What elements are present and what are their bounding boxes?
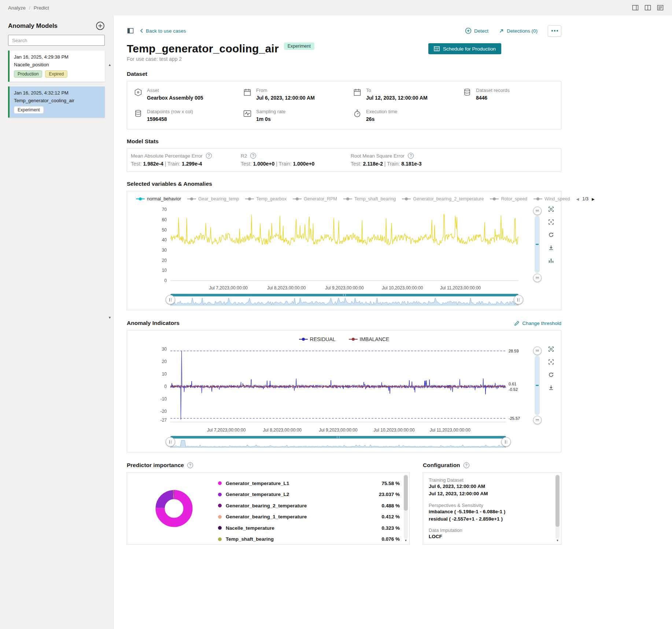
- scroll-down-icon[interactable]: ▼: [405, 539, 407, 543]
- svg-text:Jul 11,2023,00:00:00: Jul 11,2023,00:00:00: [430, 428, 471, 433]
- panel-list-icon[interactable]: [657, 4, 664, 11]
- legend-item-gear-bearing-temp[interactable]: Gear_bearing_temp: [187, 196, 239, 201]
- legend-label: normal_behavior: [147, 196, 181, 201]
- legend-item-residual[interactable]: RESIDUAL: [299, 336, 336, 342]
- brush-handle-right[interactable]: [514, 295, 523, 304]
- scrollbar-thumb[interactable]: [555, 475, 560, 527]
- brush-minimap[interactable]: [170, 439, 506, 448]
- slider-track[interactable]: [535, 216, 540, 273]
- scroll-down-icon[interactable]: ▼: [108, 316, 111, 319]
- legend-label: Generator_RPM: [304, 196, 337, 201]
- predictor-importance-heading: Predictor importance: [127, 462, 184, 469]
- legend-item-imbalance[interactable]: IMBALANCE: [349, 336, 389, 342]
- help-icon[interactable]: ?: [206, 153, 212, 159]
- model-name: Temp_generator_cooling_air: [14, 98, 100, 103]
- back-link-label: Back to use cases: [146, 28, 186, 34]
- slider-handle-top[interactable]: [533, 207, 542, 215]
- legend-next-icon[interactable]: ▶: [592, 197, 595, 201]
- help-icon[interactable]: ?: [250, 153, 256, 159]
- scroll-up-icon[interactable]: ▲: [108, 63, 111, 67]
- refresh-icon[interactable]: [548, 371, 554, 378]
- help-icon[interactable]: ?: [464, 462, 469, 468]
- divider: |: [276, 161, 277, 167]
- series-glyph-icon: [402, 199, 411, 199]
- help-icon[interactable]: ?: [408, 153, 414, 159]
- legend-item-wind-speed[interactable]: Wind_speed: [533, 196, 570, 201]
- svg-text:70: 70: [162, 207, 167, 212]
- svg-text:20: 20: [162, 258, 167, 263]
- brush-minimap[interactable]: [170, 297, 518, 306]
- legend-item-generator-rpm[interactable]: Generator_RPM: [293, 196, 337, 201]
- y-axis-range-slider[interactable]: [531, 207, 543, 282]
- svg-text:Jul 10,2023,00:00:00: Jul 10,2023,00:00:00: [382, 285, 423, 291]
- svg-text:30: 30: [162, 347, 167, 352]
- breadcrumb-predict[interactable]: Predict: [34, 5, 49, 11]
- stat-mape: Mean Absolute Percentage Error? Test: 1.…: [131, 153, 241, 167]
- refresh-icon[interactable]: [548, 232, 554, 238]
- scroll-down-icon[interactable]: ▼: [556, 539, 559, 543]
- back-to-use-cases-link[interactable]: Back to use cases: [140, 28, 186, 34]
- predictor-value: 23.037 %: [379, 492, 400, 497]
- plus-circle-icon: [465, 27, 472, 34]
- collapse-sidebar-icon[interactable]: [127, 27, 134, 34]
- change-threshold-link[interactable]: Change threshold: [514, 321, 561, 326]
- zoom-select-icon[interactable]: [548, 346, 554, 352]
- help-icon[interactable]: ?: [187, 462, 193, 468]
- brush-handle-right[interactable]: [501, 437, 511, 447]
- detections-link[interactable]: Detections (0): [499, 28, 538, 34]
- model-card-temp-generator-cooling-air[interactable]: Jan 16, 2025, 4:32:12 PM Temp_generator_…: [8, 86, 105, 118]
- legend-item-normal-behavior[interactable]: normal_behavior: [136, 196, 181, 201]
- panel-right-icon[interactable]: [632, 4, 639, 11]
- scrollbar[interactable]: ▼: [404, 474, 408, 543]
- slider-track[interactable]: [535, 356, 540, 415]
- anomaly-heading: Anomaly Indicators: [127, 320, 180, 326]
- download-icon[interactable]: [548, 384, 554, 391]
- brush-handle-left[interactable]: [166, 437, 175, 447]
- stat-rmse: Root Mean Square Error? Test: 2.118e-2 |…: [351, 153, 557, 167]
- slider-handle-top[interactable]: [533, 347, 542, 355]
- legend-item-generator-bearing-2-temperature[interactable]: Generator_bearing_2_temperature: [402, 196, 484, 201]
- svg-text:60: 60: [162, 217, 167, 222]
- stopwatch-icon: [353, 109, 362, 122]
- dataset-label: To: [366, 88, 428, 93]
- scrollbar[interactable]: ▼: [555, 474, 560, 543]
- brush-selected-range[interactable]: [170, 294, 518, 296]
- stat-test-value: 1.982e-4: [143, 161, 163, 167]
- slider-handle-bottom[interactable]: [533, 274, 542, 282]
- y-axis-range-slider[interactable]: [531, 347, 543, 424]
- model-search-input[interactable]: [8, 35, 105, 46]
- dataset-label: From: [256, 88, 315, 93]
- zoom-select-icon[interactable]: [548, 206, 554, 212]
- panel-split-icon[interactable]: [644, 4, 651, 11]
- anomaly-line-chart[interactable]: 3020100-10-20-27Jul 7,2023,00:00:00Jul 8…: [131, 342, 528, 434]
- brush-selected-range[interactable]: [170, 436, 506, 439]
- zoom-reset-region-icon[interactable]: [548, 359, 554, 365]
- detect-button[interactable]: Detect: [465, 27, 488, 34]
- bar-chart-icon[interactable]: [548, 257, 554, 264]
- schedule-production-button[interactable]: Schedule for Production: [428, 43, 501, 54]
- dataset-value: 8446: [476, 95, 510, 101]
- breadcrumb-analyze[interactable]: Analyze: [8, 5, 26, 11]
- topbar: Analyze / Predict: [0, 0, 672, 15]
- time-range-brush[interactable]: [170, 293, 518, 306]
- download-icon[interactable]: [548, 244, 554, 251]
- slider-handle-bottom[interactable]: [533, 416, 542, 424]
- zoom-reset-region-icon[interactable]: [548, 219, 554, 225]
- brush-handle-left[interactable]: [166, 295, 175, 304]
- scrollbar-thumb[interactable]: [404, 475, 408, 511]
- status-badge-production: Production: [14, 70, 42, 78]
- more-options-button[interactable]: [548, 25, 561, 37]
- variables-chart-panel: normal_behavior Gear_bearing_temp Temp_g…: [127, 191, 561, 310]
- add-model-button[interactable]: [96, 21, 105, 30]
- legend-item-rotor-speed[interactable]: Rotor_speed: [490, 196, 527, 201]
- time-range-brush[interactable]: [170, 435, 506, 448]
- experiment-badge: Experiment: [284, 42, 314, 50]
- model-card-nacelle-position[interactable]: Jan 16, 2025, 4:29:38 PM Nacelle_positio…: [8, 51, 105, 82]
- legend-item-temp-gearbox[interactable]: Temp_gearbox: [245, 196, 287, 201]
- variables-line-chart[interactable]: 706050403020100Jul 7,2023,00:00:00Jul 8,…: [131, 202, 528, 292]
- importance-row: Nacelle_temperature0.323 %: [218, 522, 400, 534]
- train-label: Train:: [167, 161, 180, 167]
- legend-item-temp-shaft-bearing[interactable]: Temp_shaft_bearing: [343, 196, 396, 201]
- use-case-subtitle: For use case: test app 2: [127, 56, 561, 62]
- legend-prev-icon[interactable]: ◀: [576, 197, 579, 201]
